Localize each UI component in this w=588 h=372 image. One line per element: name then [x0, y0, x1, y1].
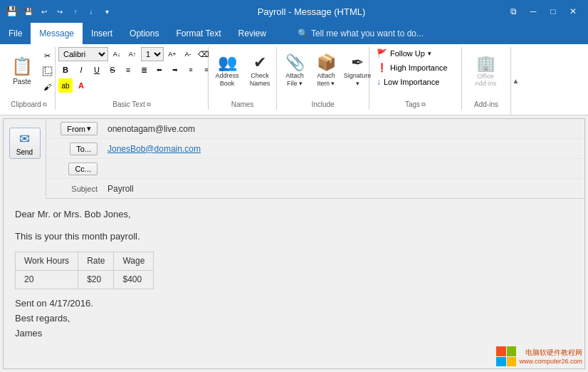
watermark-url: www.computer26.com — [519, 358, 582, 365]
body-intro: This is your this month payroll. — [15, 229, 573, 244]
paste-button[interactable]: 📋 Paste — [6, 47, 38, 94]
names-group: 👥 AddressBook ✔ CheckNames Names — [209, 47, 277, 110]
from-button[interactable]: From ▾ — [61, 122, 98, 135]
copy-button[interactable]: ⿺ — [40, 64, 54, 78]
watermark: 电脑软硬件教程网 www.computer26.com — [496, 346, 582, 366]
font-color-button[interactable]: A — [74, 78, 88, 93]
subject-row: Subject Payroll — [46, 179, 584, 199]
font-family-select[interactable]: Calibri — [58, 47, 108, 61]
customize-button[interactable]: ▾ — [100, 5, 113, 18]
to-row: To... JonesBob@domain.com — [46, 139, 584, 159]
cut-button[interactable]: ✂ — [40, 48, 54, 63]
include-group: 📎 AttachFile ▾ 📦 AttachItem ▾ ✒ Signatur… — [277, 47, 369, 110]
bullets-button[interactable]: ≡ — [121, 63, 135, 77]
basic-text-group: Calibri A↓ A↑ 11 A+ A- ⌫ B I U S — [56, 47, 209, 110]
high-importance-button[interactable]: ❗ High Importance — [372, 61, 452, 74]
grow-font-button[interactable]: A+ — [165, 47, 179, 61]
menu-file[interactable]: File — [0, 23, 31, 44]
email-body-wrapper[interactable]: Dear Mr. or Mrs. Bob Jones, This is your… — [4, 199, 584, 368]
bold-button[interactable]: B — [58, 63, 73, 77]
maximize-button[interactable]: □ — [544, 2, 562, 21]
format-painter-button[interactable]: 🖌 — [40, 80, 54, 94]
decrease-font-button[interactable]: A↓ — [110, 47, 124, 61]
basic-text-expand-icon[interactable]: ⧉ — [147, 101, 151, 108]
fields-area: From ▾ onenotagam@live.com To... JonesBo — [46, 119, 584, 199]
send-area: ✉ Send — [4, 119, 46, 199]
save-button[interactable]: 💾 — [22, 5, 35, 18]
signature-button[interactable]: ✒ Signature ▾ — [342, 47, 372, 94]
redo-button[interactable]: ↪ — [53, 5, 66, 18]
check-names-button[interactable]: ✔ CheckNames — [244, 47, 275, 94]
title-bar: 💾 💾 ↩ ↪ ↑ ↓ ▾ Payroll - Message (HTML) ⧉… — [0, 0, 588, 23]
from-value: onenotagam@live.com — [103, 121, 584, 137]
strikethrough-button[interactable]: S — [105, 63, 120, 77]
ribbon: 📋 Paste ✂ ⿺ 🖌 Clipboard ⧉ Cali — [0, 44, 588, 115]
menu-format-text[interactable]: Format Text — [167, 23, 229, 44]
window-title: Payroll - Message (HTML) — [123, 6, 500, 17]
numbering-button[interactable]: ≣ — [137, 63, 151, 77]
clipboard-expand-icon[interactable]: ⧉ — [43, 101, 47, 108]
table-header-workhours: Work Hours — [16, 252, 78, 270]
menu-search[interactable]: 🔍Tell me what you want to do... — [289, 23, 432, 44]
tags-group: 🚩 Follow Up ▾ ❗ High Importance ↓ Low Im… — [369, 47, 462, 110]
menu-message[interactable]: Message — [31, 23, 83, 44]
app-icon: 💾 — [6, 6, 18, 17]
from-row: From ▾ onenotagam@live.com — [46, 119, 584, 139]
font-size-select[interactable]: 11 — [141, 47, 164, 61]
to-button[interactable]: To... — [70, 143, 98, 155]
table-cell-rate: $20 — [78, 270, 114, 289]
body-sent-date: Sent on 4/17/2016. — [15, 296, 573, 311]
body-closing: Best regards, — [15, 311, 573, 326]
to-address-link[interactable]: JonesBob@domain.com — [107, 144, 201, 154]
email-wrapper: ✉ Send From ▾ onenotagam@live.com — [3, 118, 585, 369]
send-up-button[interactable]: ↑ — [69, 5, 82, 18]
quick-access-toolbar: 💾 ↩ ↪ ↑ ↓ ▾ — [22, 5, 113, 18]
align-left-button[interactable]: ≡ — [184, 63, 198, 77]
watermark-site: 电脑软硬件教程网 — [519, 348, 582, 358]
body-signature: James — [15, 326, 573, 341]
cc-button[interactable]: Cc... — [68, 162, 98, 175]
follow-up-button[interactable]: 🚩 Follow Up ▾ — [372, 47, 452, 60]
restore-button[interactable]: ⧉ — [504, 2, 523, 21]
close-button[interactable]: ✕ — [564, 2, 582, 21]
to-value[interactable]: JonesBob@domain.com — [103, 141, 584, 157]
cc-value[interactable] — [103, 162, 584, 176]
address-book-button[interactable]: 👥 AddressBook — [211, 47, 243, 94]
italic-button[interactable]: I — [74, 63, 88, 77]
send-button[interactable]: ✉ Send — [9, 128, 41, 159]
indent-more-button[interactable]: ➡ — [168, 63, 182, 77]
office-add-ins-button[interactable]: 🏢 OfficeAdd-ins — [465, 47, 506, 94]
windows-logo-icon — [496, 346, 516, 366]
ribbon-collapse-button[interactable]: ▲ — [510, 47, 520, 115]
window-controls: ⧉ ─ □ ✕ — [504, 2, 582, 21]
minimize-button[interactable]: ─ — [524, 2, 542, 21]
table-header-row: Work Hours Rate Wage — [16, 252, 154, 270]
clipboard-group: 📋 Paste ✂ ⿺ 🖌 Clipboard ⧉ — [3, 47, 56, 110]
highlight-button[interactable]: ab — [58, 78, 73, 93]
undo-button[interactable]: ↩ — [38, 5, 51, 18]
email-header: ✉ Send From ▾ onenotagam@live.com — [4, 119, 584, 199]
add-ins-group: 🏢 OfficeAdd-ins Add-ins — [462, 47, 510, 110]
menu-bar: File Message Insert Options Format Text … — [0, 23, 588, 44]
underline-button[interactable]: U — [90, 63, 104, 77]
increase-font-button[interactable]: A↑ — [125, 47, 140, 61]
tags-expand-icon[interactable]: ⧉ — [421, 101, 426, 108]
payroll-table: Work Hours Rate Wage 20 $20 $400 — [15, 252, 154, 289]
menu-review[interactable]: Review — [230, 23, 275, 44]
send-down-button[interactable]: ↓ — [85, 5, 98, 18]
attach-file-button[interactable]: 📎 AttachFile ▾ — [280, 47, 310, 94]
body-greeting: Dear Mr. or Mrs. Bob Jones, — [15, 207, 573, 222]
low-importance-button[interactable]: ↓ Low Importance — [372, 76, 452, 88]
menu-insert[interactable]: Insert — [83, 23, 121, 44]
menu-options[interactable]: Options — [121, 23, 167, 44]
attach-item-button[interactable]: 📦 AttachItem ▾ — [311, 47, 341, 94]
table-header-rate: Rate — [78, 252, 114, 270]
table-header-wage: Wage — [114, 252, 154, 270]
shrink-font-button[interactable]: A- — [181, 47, 195, 61]
cc-row: Cc... — [46, 159, 584, 179]
table-cell-wage: $400 — [114, 270, 154, 289]
subject-value[interactable]: Payroll — [103, 181, 584, 197]
table-cell-hours: 20 — [16, 270, 78, 289]
indent-less-button[interactable]: ⬅ — [152, 63, 167, 77]
table-row: 20 $20 $400 — [16, 270, 154, 289]
